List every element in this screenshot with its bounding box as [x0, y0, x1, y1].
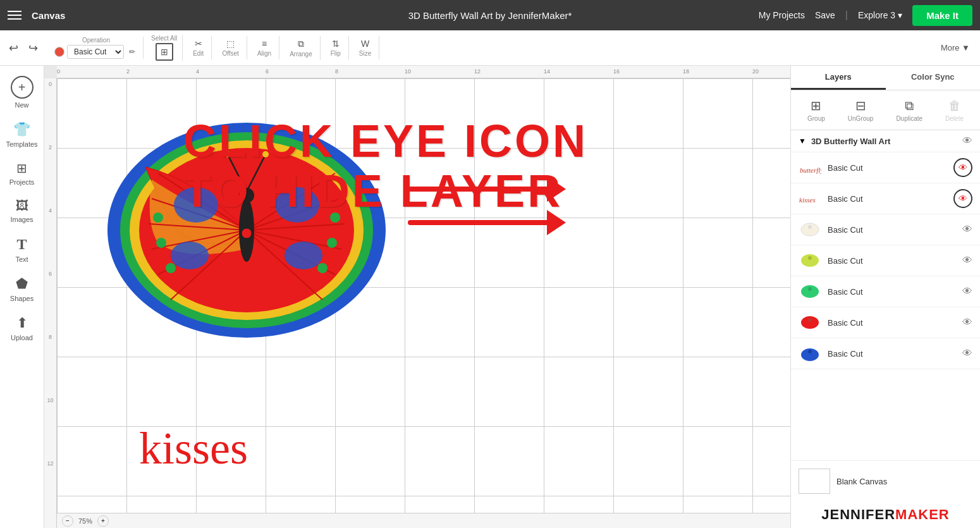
svg-point-24	[327, 238, 337, 248]
sidebar-upload-label: Upload	[11, 334, 33, 341]
operation-section: Operation Basic Cut ✏	[49, 37, 144, 59]
svg-point-3	[139, 148, 354, 312]
svg-text:kisses: kisses	[799, 196, 816, 204]
duplicate-icon: ⧉	[905, 99, 914, 113]
select-all-icon[interactable]: ⊞	[156, 43, 173, 61]
svg-text:butterfly: butterfly	[800, 166, 821, 174]
layer-eye-5[interactable]: 👁	[962, 286, 972, 297]
ruler-vertical: 0 2 4 6 8 10 12	[44, 78, 57, 528]
canvas-area[interactable]: 0 2 4 6 8 10 12 14 16 18 20 0 2 4 6 8 10…	[44, 66, 790, 528]
edit-group: ✂ Edit	[185, 36, 212, 59]
undo-button[interactable]: ↩	[5, 39, 22, 58]
sidebar-item-upload[interactable]: ⬆ Upload	[0, 310, 44, 347]
tab-layers[interactable]: Layers	[791, 66, 886, 90]
align-button[interactable]: ≡ Align	[254, 36, 275, 59]
duplicate-button[interactable]: ⧉ Duplicate	[893, 96, 925, 125]
toolbar: ↩ ↪ Operation Basic Cut ✏ Select All ⊞ ✂…	[0, 30, 980, 66]
list-item[interactable]: Basic Cut 👁	[791, 245, 980, 276]
save-button[interactable]: Save	[815, 10, 835, 20]
group-eye-icon[interactable]: 👁	[962, 135, 972, 147]
delete-button[interactable]: 🗑 Delete	[943, 96, 966, 125]
svg-point-20	[153, 212, 163, 223]
layer-thumb-4	[799, 249, 821, 272]
zoom-out-button[interactable]: −	[62, 515, 73, 527]
group-button[interactable]: ⊞ Group	[805, 95, 828, 125]
sidebar-text-label: Text	[15, 255, 28, 263]
list-item[interactable]: butterfly Basic Cut 👁	[791, 152, 980, 183]
flip-button[interactable]: ⇅ Flip	[327, 36, 345, 59]
list-item[interactable]: Basic Cut 👁	[791, 214, 980, 245]
list-item[interactable]: kisses Basic Cut 👁	[791, 183, 980, 214]
offset-button[interactable]: ⬚ Offset	[218, 36, 243, 59]
layers-group-header[interactable]: ▼ 3D Butterfly Wall Art 👁	[791, 130, 980, 152]
layer-eye-1[interactable]: 👁	[953, 158, 972, 177]
svg-point-42	[808, 350, 812, 353]
redo-button[interactable]: ↪	[25, 39, 42, 58]
group-title: 3D Butterfly Wall Art	[811, 137, 957, 146]
arrow-2	[408, 210, 566, 235]
layer-thumbnail-svg: butterfly	[799, 156, 821, 179]
layer-eye-2[interactable]: 👁	[953, 189, 972, 208]
svg-point-1	[120, 132, 373, 328]
arrange-button[interactable]: ⧉ Arrange	[286, 36, 316, 60]
make-it-button[interactable]: Make It	[912, 5, 972, 26]
blank-canvas-section: Blank Canvas	[791, 460, 980, 501]
svg-line-14	[247, 230, 335, 274]
svg-point-38	[808, 287, 812, 291]
select-all-section: Select All ⊞	[146, 35, 183, 61]
nav-right: My Projects Save | Explore 3 ▾ Make It	[759, 5, 972, 26]
size-group: W Size	[352, 36, 379, 59]
operation-color-dot[interactable]	[54, 47, 64, 57]
align-group: ≡ Align	[250, 36, 279, 59]
svg-point-40	[808, 318, 812, 322]
canvas-label: Canvas	[32, 10, 65, 21]
sidebar-templates-label: Templates	[6, 140, 37, 148]
svg-point-0	[107, 123, 386, 338]
edit-icon: ✂	[195, 39, 202, 49]
svg-point-19	[285, 242, 322, 269]
edit-toolbar-button[interactable]: ✂ Edit	[189, 36, 207, 59]
undo-redo-group: ↩ ↪	[5, 39, 42, 58]
svg-line-9	[171, 230, 247, 300]
sidebar-item-text[interactable]: T Text	[0, 231, 44, 268]
explore-dropdown[interactable]: Explore 3 ▾	[858, 10, 902, 20]
sidebar-item-templates[interactable]: 👕 Templates	[0, 116, 44, 153]
canvas-grid: kisses CLICK EYE ICON TO HIDE LAYER	[57, 78, 790, 513]
svg-line-15	[247, 230, 322, 300]
svg-line-11	[247, 199, 341, 230]
sidebar-item-projects[interactable]: ⊞ Projects	[0, 156, 44, 191]
svg-line-12	[247, 224, 345, 230]
arrange-icon: ⧉	[298, 39, 304, 49]
align-icon: ≡	[262, 39, 267, 49]
edit-button[interactable]: ✏	[126, 46, 138, 58]
overlay-line2: TO HIDE LAYER	[183, 166, 588, 216]
layer-eye-6[interactable]: 👁	[962, 317, 972, 328]
sidebar-item-shapes[interactable]: ⬟ Shapes	[0, 271, 44, 307]
hamburger-menu[interactable]	[8, 11, 21, 20]
layer-eye-3[interactable]: 👁	[962, 224, 972, 235]
sidebar-item-images[interactable]: 🖼 Images	[0, 193, 44, 228]
size-button[interactable]: W Size	[355, 36, 375, 59]
arrange-group: ⧉ Arrange	[282, 36, 321, 60]
tab-color-sync[interactable]: Color Sync	[886, 66, 981, 90]
list-item[interactable]: Basic Cut 👁	[791, 338, 980, 369]
svg-point-16	[174, 187, 218, 223]
top-nav: Canvas 3D Butterfly Wall Art by Jennifer…	[0, 0, 980, 30]
sidebar-item-new[interactable]: + New	[0, 71, 44, 114]
ungroup-button[interactable]: ⊟ UnGroup	[845, 95, 876, 125]
offset-icon: ⬚	[226, 39, 235, 49]
layer-eye-7[interactable]: 👁	[962, 348, 972, 359]
list-item[interactable]: Basic Cut 👁	[791, 307, 980, 338]
layer-name-6: Basic Cut	[828, 318, 956, 328]
list-item[interactable]: Basic Cut 👁	[791, 276, 980, 307]
more-button[interactable]: More ▼	[936, 40, 975, 55]
panel-tabs: Layers Color Sync	[791, 66, 980, 90]
ruler-horizontal: 0 2 4 6 8 10 12 14 16 18 20	[57, 66, 790, 78]
my-projects-link[interactable]: My Projects	[759, 10, 805, 20]
operation-select[interactable]: Basic Cut	[67, 45, 124, 59]
svg-point-22	[166, 263, 176, 273]
zoom-in-button[interactable]: +	[97, 515, 109, 527]
project-title: 3D Butterfly Wall Art by JenniferMaker*	[408, 10, 572, 21]
blank-canvas-thumbnail	[799, 469, 830, 494]
layer-eye-4[interactable]: 👁	[962, 255, 972, 266]
